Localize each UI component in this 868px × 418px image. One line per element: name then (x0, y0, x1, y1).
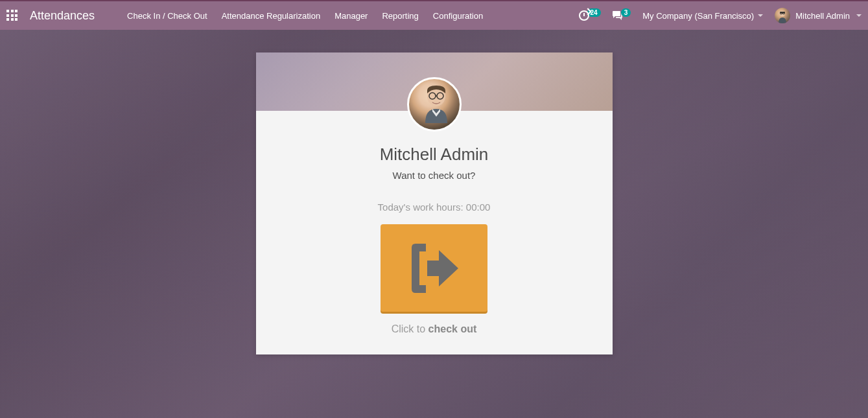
caret-down-icon (856, 14, 862, 17)
avatar-small (775, 8, 790, 23)
user-name: Mitchell Admin (795, 11, 850, 21)
activities-button[interactable]: 24 (579, 10, 601, 21)
messages-badge: 3 (621, 8, 631, 17)
company-selector[interactable]: My Company (San Francisco) (642, 11, 763, 21)
employee-name: Mitchell Admin (276, 145, 593, 165)
nav-checkin[interactable]: Check In / Check Out (127, 11, 207, 21)
work-hours-value: 00:00 (466, 202, 491, 213)
nav-reporting[interactable]: Reporting (382, 11, 418, 21)
user-menu[interactable]: Mitchell Admin (775, 8, 862, 23)
navbar: Attendances Check In / Check Out Attenda… (0, 1, 868, 30)
checkout-prompt: Want to check out? (276, 170, 593, 181)
nav-links: Check In / Check Out Attendance Regulari… (127, 11, 483, 21)
click-hint-prefix: Click to (392, 323, 428, 334)
nav-manager[interactable]: Manager (334, 11, 368, 21)
app-title[interactable]: Attendances (30, 9, 95, 23)
company-name: My Company (San Francisco) (642, 11, 754, 21)
work-hours-label: Today's work hours: (378, 202, 466, 213)
messages-button[interactable]: 3 (613, 11, 631, 20)
attendance-card: Mitchell Admin Want to check out? Today'… (256, 52, 613, 354)
apps-icon[interactable] (6, 10, 18, 21)
click-hint: Click to check out (276, 323, 593, 335)
clock-icon (579, 10, 589, 21)
nav-regularization[interactable]: Attendance Regularization (222, 11, 321, 21)
click-hint-action: check out (428, 323, 477, 334)
card-header (256, 52, 613, 111)
work-hours: Today's work hours: 00:00 (276, 202, 593, 213)
checkout-button[interactable] (381, 224, 487, 312)
employee-avatar (407, 77, 462, 132)
sign-out-icon (405, 242, 463, 294)
caret-down-icon (758, 14, 763, 17)
nav-configuration[interactable]: Configuration (433, 11, 483, 21)
